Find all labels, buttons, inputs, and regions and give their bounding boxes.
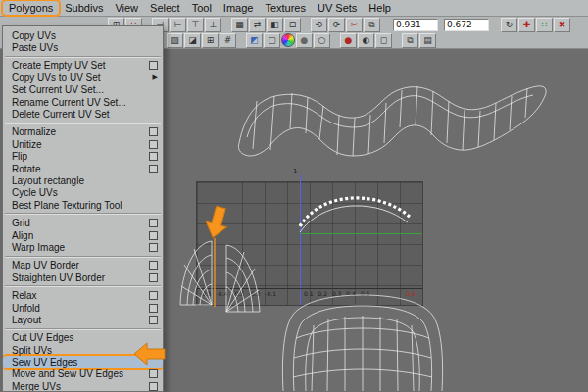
shade-uvs-icon[interactable]: ◩ [246,33,263,48]
menu-separator [5,213,161,215]
menu-polygons[interactable]: Polygons [3,1,59,15]
menu-item-label: Set Current UV Set... [12,84,158,95]
v-coordinate-field[interactable] [444,19,489,31]
isolate-select-icon[interactable]: ◻ [375,33,392,48]
menu-uv-sets[interactable]: UV Sets [312,1,363,15]
green-points-icon[interactable]: ∷ [536,18,553,32]
menu-item-cut-uv-edges[interactable]: Cut UV Edges [3,332,163,344]
paste-uvs-icon[interactable]: ▤ [419,33,436,48]
flip-v-icon[interactable]: ⊟ [284,18,301,32]
align-top-icon[interactable]: ⊤ [187,18,204,32]
uv-grid: 1 -0.5 -0.4 -0.3 -0.2 -0.1 0.1 0.2 0.3 0… [196,181,423,306]
option-box-icon[interactable] [149,127,158,136]
option-box-icon[interactable] [149,165,158,173]
option-box-icon[interactable] [149,304,158,313]
flip-u-icon[interactable]: ◧ [267,18,283,32]
menu-item-copy-uvs[interactable]: Copy UVs [3,29,163,41]
menu-item-best-plane-texturing-tool[interactable]: Best Plane Texturing Tool [3,199,163,211]
shaded-sphere-icon[interactable]: ● [296,33,313,48]
menu-item-normalize[interactable]: Normalize [3,126,163,138]
view-grid-icon[interactable]: ⊞ [202,33,219,48]
menu-item-layout[interactable]: Layout [3,314,163,325]
menu-item-straighten-uv-border[interactable]: Straighten UV Border [3,271,163,283]
copy-uvs-icon[interactable]: ⧉ [402,33,418,48]
menu-item-label: Sew UV Edges [12,357,158,368]
menu-item-set-current-uv-set[interactable]: Set Current UV Set... [3,84,163,96]
menu-item-label: Unfold [12,303,149,314]
alpha-channel-icon[interactable]: ◐ [358,33,374,48]
menu-item-unitize[interactable]: Unitize [3,138,163,150]
menu-item-label: Layout [12,315,149,325]
menu-item-paste-uvs[interactable]: Paste UVs [3,41,163,53]
menu-item-split-uvs[interactable]: Split UVs [3,344,163,356]
option-box-icon[interactable] [149,231,158,240]
menu-image[interactable]: Image [218,1,260,15]
menu-item-align[interactable]: Align [3,229,163,241]
menu-item-rotate[interactable]: Rotate [3,163,163,174]
menu-item-warp-image[interactable]: Warp Image [3,241,163,253]
menu-item-grid[interactable]: Grid [3,217,163,228]
sew-uv-edges-icon[interactable]: ⧉ [364,18,380,32]
menu-item-copy-uvs-to-uv-set[interactable]: Copy UVs to UV Set [3,72,163,83]
option-box-icon[interactable] [149,261,158,270]
texture-borders-icon[interactable]: ▢ [264,33,280,48]
menu-item-create-empty-uv-set[interactable]: Create Empty UV Set [3,60,163,72]
rgb-channel-icon[interactable]: ● [340,33,357,48]
option-box-icon[interactable] [149,140,158,149]
menu-item-label: Delete Current UV Set [12,109,158,120]
u-axis-line [300,233,422,234]
menu-help[interactable]: Help [363,1,397,15]
align-bottom-icon[interactable]: ⊥ [205,18,221,32]
color-wheel-icon[interactable] [281,33,295,47]
menu-subdivs[interactable]: Subdivs [59,1,109,15]
menu-item-label: Normalize [12,126,149,137]
option-box-icon[interactable] [149,61,158,70]
menu-view[interactable]: View [109,1,144,15]
menu-item-delete-current-uv-set[interactable]: Delete Current UV Set [3,108,163,120]
cut-uv-edges-icon[interactable]: ✂ [346,18,363,32]
align-right-icon[interactable]: ⊢ [170,18,186,32]
u-coordinate-field[interactable] [393,19,438,31]
menu-textures[interactable]: Textures [259,1,312,15]
menu-item-label: Copy UVs to UV Set [12,73,153,83]
menu-item-cycle-uvs[interactable]: Cycle UVs [3,187,163,199]
menu-item-unfold[interactable]: Unfold [3,302,163,314]
dim-image-icon[interactable]: ◪ [184,33,201,48]
menu-item-label: Cut UV Edges [12,332,158,343]
pixel-snap-icon[interactable]: # [220,33,236,48]
menu-item-move-and-sew-uv-edges[interactable]: Move and Sew UV Edges [3,368,163,380]
menu-item-sew-uv-edges[interactable]: Sew UV Edges [3,356,163,368]
delete-points-icon[interactable]: ✖ [554,18,570,32]
menu-item-label: Move and Sew UV Edges [12,368,149,379]
rotate-ccw-icon[interactable]: ⟲ [311,18,327,32]
option-box-icon[interactable] [149,243,158,252]
display-image-icon[interactable]: ▨ [167,33,183,48]
move-uv-shell-tool-icon[interactable]: ⇄ [249,18,266,32]
menu-select[interactable]: Select [144,1,186,15]
uv-lattice-tool-icon[interactable]: ▦ [231,18,248,32]
menu-item-rename-current-uv-set[interactable]: Rename Current UV Set... [3,96,163,108]
grid-label-one: 1 [293,168,297,175]
menu-separator [5,328,161,330]
option-box-icon[interactable] [149,219,158,227]
menu-item-label: Grid [12,218,149,228]
menu-item-label: Rotate [12,164,149,174]
menu-item-flip[interactable]: Flip [3,151,163,163]
add-points-icon[interactable]: ✚ [518,18,535,32]
option-box-icon[interactable] [149,369,158,378]
menu-item-map-uv-border[interactable]: Map UV Border [3,260,163,271]
option-box-icon[interactable] [149,316,158,324]
menu-tool[interactable]: Tool [186,1,218,15]
menu-item-label: Unitize [12,139,149,150]
wire-sphere-icon[interactable]: ○ [314,33,330,48]
menu-item-merge-uvs[interactable]: Merge UVs [3,380,163,392]
option-box-icon[interactable] [149,291,158,300]
option-box-icon[interactable] [149,273,158,282]
rotate-cw-icon[interactable]: ⟳ [328,18,345,32]
menu-item-label: Copy UVs [12,30,158,41]
menu-item-relax[interactable]: Relax [3,289,163,301]
menu-item-layout-rectangle[interactable]: Layout rectangle [3,174,163,186]
option-box-icon[interactable] [149,152,158,161]
refresh-icon[interactable]: ↻ [501,18,517,32]
option-box-icon[interactable] [149,382,158,391]
